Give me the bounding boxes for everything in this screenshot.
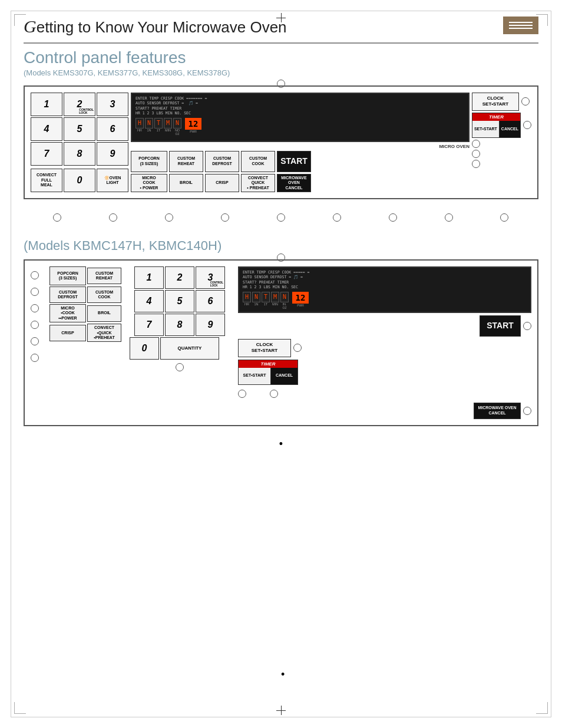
corner-mark-bl-h [14, 713, 26, 714]
key-3[interactable]: 3 [97, 93, 128, 116]
kbmc-btn-timer-set[interactable]: SET•START [239, 368, 271, 384]
kbmc-timer-row: TIMER SET•START CANCEL [238, 360, 531, 385]
kbmc-digit-1n: N [252, 292, 260, 302]
kbmc-btn-clock[interactable]: CLOCKSET•START [238, 339, 291, 357]
kbmc-bottom-circles [238, 390, 531, 398]
main-content: Control panel features (Models KEMS307G,… [0, 42, 562, 450]
kbmc-btn-start[interactable]: START [480, 315, 521, 337]
kbmc-numpad-grid: 1 2 3 CONTROLLOCK 4 5 6 7 8 9 [134, 266, 225, 336]
kbmc-digit-row: H HR N 1N T 1T [243, 292, 527, 309]
key-convect-full-meal[interactable]: CONVECTFULLMEAL [31, 169, 62, 192]
kbmc-panel-wrapper: POPCORN(3 SIZES) CUSTOMREHEAT CUSTOMDEFR… [24, 259, 538, 426]
btn-broil[interactable]: BROIL [169, 174, 203, 192]
key-6[interactable]: 6 [97, 117, 128, 141]
kbmc-right-section: ENTER TEMP CRISP COOK ≈≈≈≈≈ ≈ AUTO SENSO… [238, 266, 531, 419]
kbmc-row2: CUSTOMDEFROST CUSTOMCOOK [49, 286, 121, 303]
circle-timer [523, 121, 531, 129]
circle-b9 [500, 213, 508, 222]
kems-numpad-section: 1 2 CONTROLLOCK 3 4 5 6 7 8 9 [31, 93, 128, 192]
kbmc-key-4[interactable]: 4 [134, 290, 164, 312]
kbmc-key-8[interactable]: 8 [165, 314, 194, 336]
kbmc-key-2[interactable]: 2 [165, 266, 194, 289]
kbmc-timer-label: TIMER [239, 360, 297, 368]
key-1[interactable]: 1 [31, 93, 62, 116]
btn-custom-reheat[interactable]: CUSTOMREHEAT [169, 151, 203, 172]
kems-timer-group: TIMER SET•START CANCEL [472, 113, 531, 138]
title-rest: etting to Know Your Microwave Oven [37, 18, 287, 36]
kbmc-inner-layout: POPCORN(3 SIZES) CUSTOMREHEAT CUSTOMDEFR… [31, 266, 531, 419]
section1-title: Control panel features [24, 48, 538, 67]
key-4[interactable]: 4 [31, 117, 62, 141]
kbmc-panel: POPCORN(3 SIZES) CUSTOMREHEAT CUSTOMDEFR… [24, 259, 538, 426]
digit-1t: T [154, 118, 163, 129]
corner-mark-tr-h [536, 14, 548, 15]
logo-lines [509, 22, 533, 29]
kbmc-btn-crisp[interactable]: CRISP [49, 325, 86, 341]
btn-clock-set-start[interactable]: CLOCKSET•START [472, 93, 519, 111]
timer-sub-buttons: SET•START CANCEL [472, 121, 520, 137]
btn-convect-preheat[interactable]: CONVECTQUICK• PREHEAT [241, 174, 275, 192]
btn-custom-cook[interactable]: CUSTOMCOOK [241, 151, 275, 172]
timer-label: TIMER [472, 113, 520, 121]
corner-mark-br-v [547, 702, 548, 714]
kbmc-btn-custom-cook[interactable]: CUSTOMCOOK [87, 286, 121, 303]
key-0[interactable]: 0 [64, 169, 95, 192]
kbmc-key-6[interactable]: 6 [196, 290, 225, 312]
kbmc-circle-l4 [31, 321, 39, 329]
kbmc-btn-timer-cancel[interactable]: CANCEL [271, 368, 297, 384]
circle-b7 [389, 213, 397, 222]
btn-timer-set-start[interactable]: SET•START [472, 121, 500, 137]
kbmc-circle-cancel [523, 407, 531, 415]
btn-popcorn[interactable]: POPCORN(3 SIZES) [131, 151, 167, 172]
section1-subtitle: (Models KEMS307G, KEMS377G, KEMS308G, KE… [24, 68, 538, 77]
kbmc-key-5[interactable]: 5 [165, 290, 194, 312]
circle-b4 [221, 213, 229, 222]
page-title: Getting to Know Your Microwave Oven [24, 17, 287, 37]
kbmc-btn-broil[interactable]: BROIL [87, 305, 121, 322]
corner-mark-tl-h [14, 14, 26, 15]
kbmc-timer-sub: SET•START CANCEL [239, 368, 297, 384]
kbmc-key-1[interactable]: 1 [134, 266, 164, 289]
kbmc-key-0[interactable]: 0 [130, 337, 159, 360]
logo-line-3 [509, 28, 533, 29]
kbmc-btn-custom-reheat[interactable]: CUSTOMREHEAT [87, 268, 121, 284]
kbmc-display: ENTER TEMP CRISP COOK ≈≈≈≈≈ ≈ AUTO SENSO… [238, 266, 531, 313]
kbmc-btn-custom-defrost[interactable]: CUSTOMDEFROST [49, 286, 86, 303]
btn-mwo-cancel[interactable]: MICROWAVE OVENCANCEL [277, 174, 311, 192]
digit-1n: N [145, 118, 153, 129]
kbmc-key-9[interactable]: 9 [196, 314, 225, 336]
kbmc-circle-l3 [31, 304, 39, 312]
kems-bottom-keys: CONVECTFULLMEAL 0 🔆OVENLIGHT [31, 169, 128, 192]
kbmc-key-3[interactable]: 3 CONTROLLOCK [196, 266, 225, 289]
kbmc-btn-micro-cook[interactable]: MICRO•COOK••POWER [49, 304, 86, 322]
btn-timer-cancel[interactable]: CANCEL [500, 121, 520, 137]
kbmc-digit-1t: T [262, 292, 270, 302]
kbmc-display-text: ENTER TEMP CRISP COOK ≈≈≈≈≈ ≈ AUTO SENSO… [243, 270, 527, 290]
btn-start[interactable]: START [277, 151, 311, 172]
kbmc-digit-no: N [280, 292, 289, 302]
btn-crisp[interactable]: CRISP [205, 174, 239, 192]
key-8[interactable]: 8 [64, 142, 95, 166]
bullet-point-1: • [24, 438, 538, 450]
kbmc-key-7[interactable]: 7 [134, 314, 164, 336]
kbmc-btn-mwo-cancel[interactable]: MICROWAVE OVENCANCEL [474, 403, 521, 419]
kbmc-circle-btm1 [238, 390, 246, 398]
circle-r3 [472, 140, 480, 148]
kems-timer-row: TIMER SET•START CANCEL [472, 113, 531, 138]
kbmc-key-quantity[interactable]: QUANTITY [160, 337, 219, 360]
kems-right-section: CLOCKSET•START TIMER SET•START CANCEL [472, 93, 531, 192]
kbmc-row1: POPCORN(3 SIZES) CUSTOMREHEAT [49, 266, 121, 285]
kems-inner-layout: 1 2 CONTROLLOCK 3 4 5 6 7 8 9 [31, 93, 531, 192]
kbmc-btn-convect[interactable]: CONVECT•QUICK•PREHEAT [87, 324, 121, 342]
kbmc-circle-l1 [31, 271, 39, 279]
key-oven-light[interactable]: 🔆OVENLIGHT [97, 169, 128, 192]
key-5[interactable]: 5 [64, 117, 95, 141]
kbmc-circle-l5 [31, 337, 39, 345]
key-2[interactable]: 2 CONTROLLOCK [64, 93, 95, 116]
key-9[interactable]: 9 [97, 142, 128, 166]
btn-micro-cook[interactable]: MICROCOOK• POWER [131, 174, 167, 192]
btn-custom-defrost[interactable]: CUSTOMDEFROST [205, 151, 239, 172]
key-7[interactable]: 7 [31, 142, 62, 166]
kbmc-circle-btm2 [270, 390, 278, 398]
kbmc-btn-popcorn[interactable]: POPCORN(3 SIZES) [49, 266, 86, 285]
